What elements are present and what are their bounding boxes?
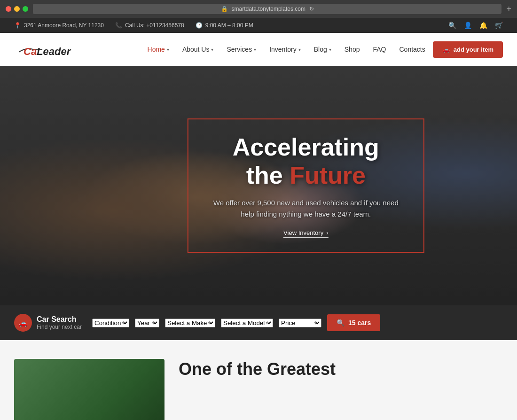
dot-yellow[interactable] bbox=[14, 6, 20, 12]
add-item-icon: 🚗 bbox=[442, 46, 450, 53]
nav-menu: Home ▾ About Us ▾ Services ▾ Inventory ▾… bbox=[142, 41, 503, 58]
hero-box: Accelerating the Future We offer over 9,… bbox=[188, 118, 424, 253]
browser-url: smartdata.tonytemplates.com bbox=[232, 6, 306, 12]
browser-addressbar[interactable]: 🔒 smartdata.tonytemplates.com ↻ bbox=[33, 4, 501, 14]
section-image bbox=[14, 359, 164, 420]
nav-item-contacts[interactable]: Contacts bbox=[394, 42, 431, 57]
nav-item-home[interactable]: Home ▾ bbox=[142, 42, 175, 57]
search-label-text: Car Search Find your next car bbox=[37, 315, 82, 330]
hero-content: Accelerating the Future We offer over 9,… bbox=[188, 118, 424, 253]
model-select[interactable]: Select a Model Sedan SUV Truck bbox=[221, 319, 273, 327]
search-btn-label: 15 cars bbox=[348, 319, 371, 327]
phone-text: Call Us: +01123456578 bbox=[125, 22, 184, 29]
nav-item-about[interactable]: About Us ▾ bbox=[177, 42, 219, 57]
browser-chrome: 🔒 smartdata.tonytemplates.com ↻ + bbox=[0, 0, 517, 18]
navbar: CaLeader Home ▾ About Us ▾ Services ▾ In… bbox=[0, 33, 517, 66]
model-select-wrapper[interactable]: Select a Model Sedan SUV Truck bbox=[221, 319, 273, 327]
nav-item-shop[interactable]: Shop bbox=[339, 42, 366, 57]
browser-dots bbox=[6, 6, 28, 12]
cart-icon[interactable]: 🛒 bbox=[495, 22, 503, 29]
nav-item-faq[interactable]: FAQ bbox=[367, 42, 392, 57]
lock-icon: 🔒 bbox=[221, 6, 228, 12]
dot-green[interactable] bbox=[23, 6, 28, 12]
nav-shop-label: Shop bbox=[345, 46, 360, 53]
search-bar: 🚗 Car Search Find your next car Conditio… bbox=[0, 305, 517, 340]
condition-select-wrapper[interactable]: Condition New Used Certified bbox=[92, 319, 129, 327]
top-bar-icons: 🔍 👤 🔔 🛒 bbox=[448, 22, 503, 29]
nav-item-inventory[interactable]: Inventory ▾ bbox=[264, 42, 306, 57]
hero-title-line2-normal: the bbox=[246, 162, 290, 189]
search-btn-icon: 🔍 bbox=[337, 319, 345, 327]
add-item-label: add your item bbox=[454, 46, 494, 53]
phone-icon: 📞 bbox=[115, 22, 122, 29]
make-select[interactable]: Select a Make Toyota Honda Ford BMW bbox=[165, 319, 215, 327]
price-select[interactable]: Price Under $10k $10k-$20k $20k-$30k Ove… bbox=[279, 319, 321, 327]
make-select-wrapper[interactable]: Select a Make Toyota Honda Ford BMW bbox=[165, 319, 215, 327]
nav-blog-label: Blog bbox=[314, 46, 327, 53]
nav-item-services[interactable]: Services ▾ bbox=[221, 42, 262, 57]
phone-item: 📞 Call Us: +01123456578 bbox=[115, 22, 184, 29]
nav-inventory-chevron: ▾ bbox=[298, 47, 301, 52]
hero-title: Accelerating the Future bbox=[212, 133, 400, 190]
hero-section: Accelerating the Future We offer over 9,… bbox=[0, 66, 517, 305]
section-below: One of the Greatest bbox=[0, 340, 517, 420]
svg-text:CaLeader: CaLeader bbox=[24, 46, 71, 57]
section-text: One of the Greatest bbox=[179, 359, 336, 420]
nav-about-label: About Us bbox=[182, 46, 210, 53]
hero-link-arrow: › bbox=[326, 229, 328, 236]
logo: CaLeader bbox=[14, 40, 75, 59]
dot-red[interactable] bbox=[6, 6, 11, 12]
nav-inventory-label: Inventory bbox=[269, 46, 297, 53]
logo-svg: CaLeader bbox=[14, 40, 75, 59]
nav-blog-chevron: ▾ bbox=[329, 47, 331, 52]
hours-text: 9:00 AM – 8:00 PM bbox=[205, 22, 253, 29]
car-search-icon: 🚗 bbox=[14, 314, 32, 332]
hero-subtitle: We offer over 9,500 new and used vehicle… bbox=[212, 197, 400, 220]
heart-icon[interactable]: 🔔 bbox=[479, 22, 487, 29]
nav-faq-label: FAQ bbox=[373, 46, 386, 53]
search-button[interactable]: 🔍 15 cars bbox=[327, 314, 380, 331]
new-tab-button[interactable]: + bbox=[506, 4, 511, 14]
car-icon: 🚗 bbox=[18, 319, 28, 327]
nav-services-chevron: ▾ bbox=[254, 47, 256, 52]
search-label: 🚗 Car Search Find your next car bbox=[14, 314, 82, 332]
search-icon[interactable]: 🔍 bbox=[448, 22, 456, 29]
nav-contacts-label: Contacts bbox=[400, 46, 425, 53]
condition-select[interactable]: Condition New Used Certified bbox=[92, 319, 129, 327]
nav-item-blog[interactable]: Blog ▾ bbox=[308, 42, 337, 57]
hero-inventory-link[interactable]: View Inventory › bbox=[283, 229, 328, 238]
top-bar: 📍 3261 Anmoore Road, NY 11230 📞 Call Us:… bbox=[0, 18, 517, 33]
search-subtitle: Find your next car bbox=[37, 324, 82, 330]
address-text: 3261 Anmoore Road, NY 11230 bbox=[24, 22, 104, 29]
hero-link-text: View Inventory bbox=[283, 229, 323, 236]
reload-button[interactable]: ↻ bbox=[309, 6, 314, 12]
nav-home-label: Home bbox=[148, 46, 165, 53]
address-icon: 📍 bbox=[14, 22, 21, 29]
nav-home-chevron: ▾ bbox=[167, 47, 169, 52]
hours-item: 🕐 9:00 AM – 8:00 PM bbox=[196, 22, 253, 29]
price-select-wrapper[interactable]: Price Under $10k $10k-$20k $20k-$30k Ove… bbox=[279, 319, 321, 327]
hero-title-line1: Accelerating bbox=[233, 133, 379, 161]
address-item: 📍 3261 Anmoore Road, NY 11230 bbox=[14, 22, 104, 29]
search-title: Car Search bbox=[37, 315, 82, 324]
year-select-wrapper[interactable]: Year 2024 2023 2022 2021 bbox=[135, 319, 159, 327]
add-item-button[interactable]: 🚗 add your item bbox=[433, 41, 503, 58]
hero-title-highlight: Future bbox=[290, 162, 366, 189]
nav-services-label: Services bbox=[227, 46, 252, 53]
top-bar-left: 📍 3261 Anmoore Road, NY 11230 📞 Call Us:… bbox=[14, 22, 253, 29]
hours-icon: 🕐 bbox=[196, 22, 203, 29]
year-select[interactable]: Year 2024 2023 2022 2021 bbox=[135, 319, 159, 327]
user-icon[interactable]: 👤 bbox=[464, 22, 472, 29]
section-heading: One of the Greatest bbox=[179, 359, 336, 379]
nav-about-chevron: ▾ bbox=[211, 47, 213, 52]
